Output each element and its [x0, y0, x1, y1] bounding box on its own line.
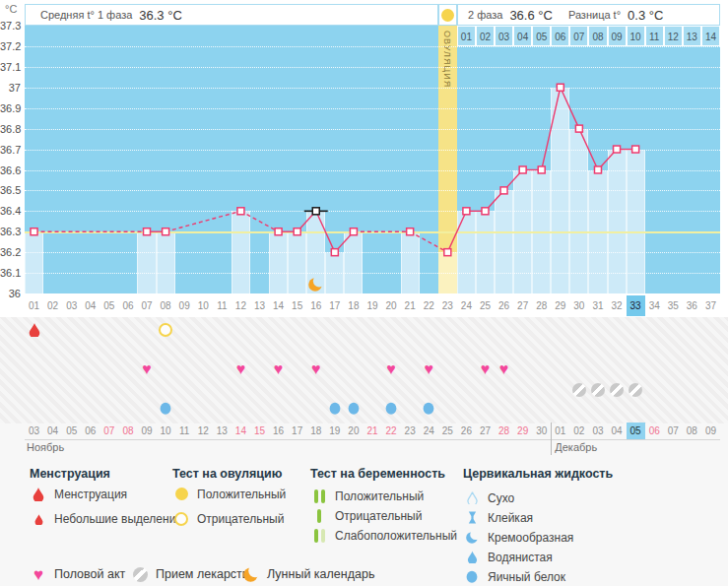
cycle-day-31[interactable]: 31	[588, 295, 607, 316]
cycle-day-17[interactable]: 17	[325, 295, 344, 316]
date-Ноябрь-22[interactable]: 22	[382, 423, 401, 439]
cycle-day-19[interactable]: 19	[363, 295, 381, 316]
temperature-point-day-16[interactable]	[312, 208, 319, 215]
temperature-point-day-8[interactable]	[163, 228, 169, 235]
temperature-point-day-24[interactable]	[463, 208, 470, 215]
date-Ноябрь-20[interactable]: 20	[344, 423, 363, 439]
temperature-point-day-28[interactable]	[538, 166, 545, 173]
cycle-day-20[interactable]: 20	[382, 295, 401, 316]
date-Ноябрь-17[interactable]: 17	[288, 423, 306, 439]
temperature-point-day-33[interactable]	[632, 146, 639, 153]
cycle-day-05[interactable]: 05	[99, 295, 118, 316]
date-Ноябрь-23[interactable]: 23	[401, 423, 420, 439]
temperature-point-day-23[interactable]	[444, 249, 451, 256]
date-Ноябрь-28[interactable]: 28	[495, 423, 513, 439]
date-Ноябрь-08[interactable]: 08	[118, 423, 137, 439]
cycle-day-18[interactable]: 18	[344, 295, 363, 316]
cycle-day-11[interactable]: 11	[213, 295, 232, 316]
cycle-day-01[interactable]: 01	[25, 295, 43, 316]
cycle-day-13[interactable]: 13	[250, 295, 269, 316]
pregnancy-positive-icon	[312, 489, 326, 503]
temperature-point-day-21[interactable]	[407, 228, 414, 235]
temperature-point-day-14[interactable]	[275, 228, 282, 235]
date-Декабрь-06[interactable]: 06	[645, 423, 664, 439]
cycle-day-21[interactable]: 21	[401, 295, 420, 316]
temperature-point-day-25[interactable]	[482, 208, 489, 215]
date-Ноябрь-07[interactable]: 07	[99, 423, 118, 439]
cycle-day-25[interactable]: 25	[476, 295, 495, 316]
date-Ноябрь-09[interactable]: 09	[137, 423, 156, 439]
temperature-point-day-26[interactable]	[500, 187, 507, 194]
cycle-day-37[interactable]: 37	[701, 295, 720, 316]
cycle-day-27[interactable]: 27	[513, 295, 532, 316]
legend-icon-slot	[310, 528, 328, 544]
date-Ноябрь-15[interactable]: 15	[250, 423, 269, 439]
date-Ноябрь-10[interactable]: 10	[157, 423, 175, 439]
date-Ноябрь-21[interactable]: 21	[363, 423, 381, 439]
cycle-day-28[interactable]: 28	[532, 295, 551, 316]
temperature-point-day-29[interactable]	[557, 84, 563, 91]
temperature-point-day-27[interactable]	[519, 166, 526, 173]
cycle-day-14[interactable]: 14	[269, 295, 288, 316]
date-Ноябрь-26[interactable]: 26	[457, 423, 476, 439]
date-Ноябрь-05[interactable]: 05	[62, 423, 81, 439]
date-Декабрь-01[interactable]: 01	[551, 423, 569, 439]
date-Ноябрь-04[interactable]: 04	[43, 423, 62, 439]
cycle-day-23[interactable]: 23	[438, 295, 457, 316]
temperature-point-day-32[interactable]	[614, 146, 621, 153]
temperature-point-day-31[interactable]	[594, 166, 601, 173]
date-Ноябрь-19[interactable]: 19	[325, 423, 344, 439]
date-Ноябрь-24[interactable]: 24	[420, 423, 438, 439]
cycle-day-04[interactable]: 04	[81, 295, 99, 316]
cycle-day-26[interactable]: 26	[495, 295, 513, 316]
cycle-day-03[interactable]: 03	[62, 295, 81, 316]
date-Ноябрь-06[interactable]: 06	[81, 423, 99, 439]
date-Ноябрь-11[interactable]: 11	[175, 423, 194, 439]
cycle-day-29[interactable]: 29	[551, 295, 569, 316]
cycle-day-30[interactable]: 30	[569, 295, 588, 316]
cycle-day-15[interactable]: 15	[288, 295, 306, 316]
date-Декабрь-07[interactable]: 07	[664, 423, 683, 439]
cycle-day-32[interactable]: 32	[608, 295, 627, 316]
temperature-point-day-18[interactable]	[350, 228, 357, 235]
cycle-day-24[interactable]: 24	[457, 295, 476, 316]
cycle-day-33[interactable]: 33	[627, 295, 645, 316]
date-Ноябрь-29[interactable]: 29	[513, 423, 532, 439]
date-Ноябрь-16[interactable]: 16	[269, 423, 288, 439]
date-Ноябрь-25[interactable]: 25	[438, 423, 457, 439]
cycle-day-36[interactable]: 36	[683, 295, 701, 316]
temperature-point-day-15[interactable]	[294, 228, 300, 235]
medication-pill-icon	[610, 383, 624, 397]
cycle-day-34[interactable]: 34	[645, 295, 664, 316]
cycle-day-22[interactable]: 22	[420, 295, 438, 316]
date-Ноябрь-18[interactable]: 18	[306, 423, 325, 439]
y-tick-36.5: 36.5	[0, 184, 21, 196]
temperature-point-day-7[interactable]	[144, 228, 151, 235]
temperature-point-day-30[interactable]	[575, 125, 582, 132]
temperature-point-day-12[interactable]	[237, 208, 244, 215]
cycle-day-10[interactable]: 10	[194, 295, 213, 316]
date-Декабрь-02[interactable]: 02	[569, 423, 588, 439]
date-Ноябрь-03[interactable]: 03	[25, 423, 43, 439]
date-Декабрь-05[interactable]: 05	[627, 423, 645, 439]
date-Декабрь-04[interactable]: 04	[608, 423, 627, 439]
cycle-day-07[interactable]: 07	[137, 295, 156, 316]
date-Декабрь-03[interactable]: 03	[588, 423, 607, 439]
cycle-day-35[interactable]: 35	[664, 295, 683, 316]
cycle-day-08[interactable]: 08	[157, 295, 175, 316]
date-Декабрь-09[interactable]: 09	[701, 423, 720, 439]
cycle-day-12[interactable]: 12	[232, 295, 250, 316]
temperature-point-day-1[interactable]	[31, 228, 37, 235]
cycle-day-02[interactable]: 02	[43, 295, 62, 316]
date-Ноябрь-13[interactable]: 13	[213, 423, 232, 439]
date-Декабрь-08[interactable]: 08	[683, 423, 701, 439]
temperature-chart[interactable]: ОВУЛЯЦИЯ0102030405060708091011121314	[25, 26, 720, 293]
date-Ноябрь-12[interactable]: 12	[194, 423, 213, 439]
cycle-day-09[interactable]: 09	[175, 295, 194, 316]
date-Ноябрь-30[interactable]: 30	[532, 423, 551, 439]
cycle-day-16[interactable]: 16	[306, 295, 325, 316]
temperature-point-day-17[interactable]	[331, 249, 338, 256]
date-Ноябрь-14[interactable]: 14	[232, 423, 250, 439]
date-Ноябрь-27[interactable]: 27	[476, 423, 495, 439]
cycle-day-06[interactable]: 06	[118, 295, 137, 316]
